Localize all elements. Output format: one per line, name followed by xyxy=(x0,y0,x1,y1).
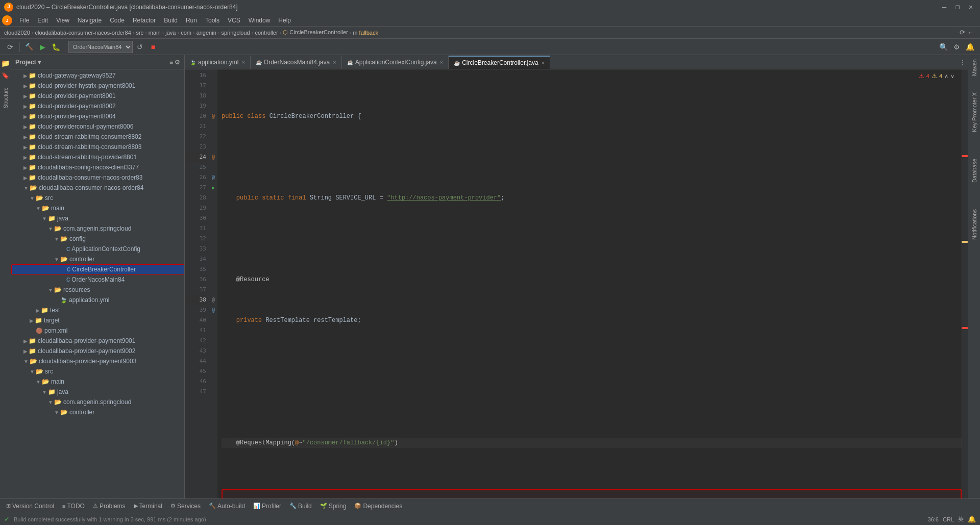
bottom-tab-dependencies[interactable]: 📦 Dependencies xyxy=(350,499,406,513)
bc-method[interactable]: m fallback xyxy=(353,30,378,36)
toolbar-stop[interactable]: ■ xyxy=(147,41,159,53)
tree-item-com-angenin[interactable]: ▼ 📂 com.angenin.springcloud xyxy=(11,223,184,234)
tab-application-yml[interactable]: 🍃 application.yml × xyxy=(185,56,251,69)
bc-module[interactable]: cloudalibaba-consumer-nacos-order84 xyxy=(35,30,131,36)
tab-order-main[interactable]: ☕ OrderNacosMain84.java × xyxy=(251,56,342,69)
tab-app-context[interactable]: ☕ ApplicationContextConfig.java × xyxy=(342,56,449,69)
minimize-button[interactable]: — xyxy=(939,2,949,12)
menu-vcs[interactable]: VCS xyxy=(224,16,244,25)
tree-item-controller-folder[interactable]: ▼ 📂 controller xyxy=(11,254,184,264)
bottom-tab-profiler[interactable]: 📊 Profiler xyxy=(249,499,285,513)
database-icon[interactable]: Database xyxy=(970,157,978,185)
code-content[interactable]: public class CircleBreakerController { p… xyxy=(217,69,962,498)
tree-item-consumer8802[interactable]: ▶ 📁 cloud-stream-rabbitmq-consumer8802 xyxy=(11,132,184,142)
tree-item-payment8006[interactable]: ▶ 📁 cloud-providerconsul-payment8006 xyxy=(11,121,184,132)
code-editor[interactable]: 16 17 18 19 20 21 22 23 24 25 26 27 28 2… xyxy=(185,69,968,498)
tree-item-circlebreaker[interactable]: C CircleBreakerController xyxy=(11,264,184,274)
bc-springcloud[interactable]: springcloud xyxy=(221,30,250,36)
bottom-tab-autobuild[interactable]: 🔨 Auto-build xyxy=(205,499,249,513)
menu-build[interactable]: Build xyxy=(160,16,182,25)
tab-close-yml[interactable]: × xyxy=(241,59,244,65)
encoding[interactable]: CRL xyxy=(943,516,954,522)
tree-item-pom[interactable]: 🟤 pom.xml xyxy=(11,326,184,336)
tree-item-main[interactable]: ▼ 📂 main xyxy=(11,203,184,213)
structure-icon[interactable]: Structure xyxy=(2,94,10,102)
close-button[interactable]: ✕ xyxy=(966,2,976,12)
bookmarks-icon[interactable]: 🔖 xyxy=(2,71,10,80)
bottom-tab-build[interactable]: 🔧 Build xyxy=(285,499,316,513)
tree-item-gateway9527[interactable]: ▶ 📁 cloud-gateway-gateway9527 xyxy=(11,70,184,81)
expand-errors[interactable]: ∨ xyxy=(950,73,954,80)
toolbar-rerun[interactable]: ↺ xyxy=(134,41,146,53)
notifications-icon[interactable]: Notifications xyxy=(970,207,978,242)
tree-item-java2[interactable]: ▼ 📁 java xyxy=(11,387,184,397)
bottom-tab-terminal[interactable]: ▶ Terminal xyxy=(130,499,166,513)
tab-close-circle[interactable]: × xyxy=(542,60,545,66)
menu-window[interactable]: Window xyxy=(244,16,275,25)
run-config-select[interactable]: OrderNacosMain84 xyxy=(68,41,133,53)
toolbar-settings[interactable]: ⚙ xyxy=(950,41,963,53)
tree-item-target[interactable]: ▶ 📁 target xyxy=(11,315,184,326)
tree-item-payment8002[interactable]: ▶ 📁 cloud-provider-payment8002 xyxy=(11,101,184,111)
menu-edit[interactable]: Edit xyxy=(33,16,52,25)
tree-item-payment9001[interactable]: ▶ 📁 cloudalibaba-provider-payment9001 xyxy=(11,336,184,346)
tree-item-payment9002[interactable]: ▶ 📁 cloudalibaba-provider-payment9002 xyxy=(11,346,184,356)
tree-item-hystrix8001[interactable]: ▶ 📁 cloud-provider-hystrix-payment8001 xyxy=(11,81,184,91)
bottom-tab-services[interactable]: ⚙ Services xyxy=(166,499,205,513)
bc-java[interactable]: java xyxy=(165,30,176,36)
tree-item-src2[interactable]: ▼ 📂 src xyxy=(11,366,184,377)
maximize-button[interactable]: ❐ xyxy=(952,2,963,12)
tree-item-src[interactable]: ▼ 📂 src xyxy=(11,193,184,203)
tree-item-main2[interactable]: ▼ 📂 main xyxy=(11,377,184,387)
menu-view[interactable]: View xyxy=(52,16,74,25)
bc-angenin[interactable]: angenin xyxy=(197,30,216,36)
tree-item-resources[interactable]: ▼ 📂 resources xyxy=(11,285,184,295)
tree-item-order83[interactable]: ▶ 📁 cloudalibaba-consumer-nacos-order83 xyxy=(11,172,184,183)
bottom-tab-version-control[interactable]: ⊞ Version Control xyxy=(2,499,58,513)
bottom-tab-todo[interactable]: ≡ TODO xyxy=(58,499,89,513)
menu-navigate[interactable]: Navigate xyxy=(74,16,106,25)
toolbar-build-project[interactable]: 🔨 xyxy=(23,41,35,53)
cursor-position[interactable]: 36:6 xyxy=(928,516,939,522)
tree-item-provider8801[interactable]: ▶ 📁 cloud-stream-rabbitmq-provider8801 xyxy=(11,152,184,162)
collapse-errors[interactable]: ∧ xyxy=(944,73,948,80)
tree-item-order84[interactable]: ▼ 📂 cloudalibaba-consumer-nacos-order84 xyxy=(11,183,184,193)
key-promoter-icon[interactable]: Key Promoter X xyxy=(970,90,978,134)
sync-button[interactable]: ⟳ xyxy=(960,29,965,36)
toolbar-search[interactable]: 🔍 xyxy=(937,41,949,53)
sidebar-collapse-all[interactable]: ≡ xyxy=(169,59,173,66)
menu-tools[interactable]: Tools xyxy=(201,16,224,25)
tree-item-config[interactable]: ▼ 📂 config xyxy=(11,234,184,244)
bottom-tab-spring[interactable]: 🌱 Spring xyxy=(316,499,351,513)
bc-controller[interactable]: controller xyxy=(255,30,278,36)
tree-item-config3377[interactable]: ▶ 📁 cloudalibaba-config-nacos-client3377 xyxy=(11,162,184,172)
sidebar-settings[interactable]: ⚙ xyxy=(175,59,180,66)
tab-options-button[interactable]: ⋮ xyxy=(958,56,968,69)
tree-item-java[interactable]: ▼ 📁 java xyxy=(11,213,184,223)
tree-item-consumer8803[interactable]: ▶ 📁 cloud-stream-rabbitmq-consumer8803 xyxy=(11,142,184,152)
tab-circlebreaker[interactable]: ☕ CircleBreakerController.java × xyxy=(449,56,550,69)
toolbar-notifications[interactable]: 🔔 xyxy=(964,41,976,53)
menu-refactor[interactable]: Refactor xyxy=(129,16,160,25)
project-icon[interactable]: 📁 xyxy=(2,59,10,67)
tree-item-com-angenin2[interactable]: ▼ 📂 com.angenin.springcloud xyxy=(11,397,184,407)
menu-code[interactable]: Code xyxy=(106,16,129,25)
tree-item-payment8001[interactable]: ▶ 📁 cloud-provider-payment8001 xyxy=(11,91,184,101)
menu-run[interactable]: Run xyxy=(182,16,201,25)
tab-close-main[interactable]: × xyxy=(333,59,336,65)
bc-cloud2020[interactable]: cloud2020 xyxy=(4,30,30,36)
bottom-tab-problems[interactable]: ⚠ Problems xyxy=(89,499,130,513)
tree-item-app-yml[interactable]: 🍃 application.yml xyxy=(11,295,184,305)
tree-item-payment8004[interactable]: ▶ 📁 cloud-provider-payment8004 xyxy=(11,111,184,121)
back-button[interactable]: ← xyxy=(967,29,974,36)
menu-file[interactable]: File xyxy=(15,16,33,25)
bc-class[interactable]: ⬡ CircleBreakerController xyxy=(283,29,348,36)
toolbar-sync[interactable]: ⟳ xyxy=(4,41,16,53)
tree-item-order-main84[interactable]: C OrderNacosMain84 xyxy=(11,274,184,285)
toolbar-debug[interactable]: 🐛 xyxy=(50,41,62,53)
maven-icon[interactable]: Maven xyxy=(970,57,978,78)
tree-item-app-context[interactable]: C ApplicationContextConfig xyxy=(11,244,184,254)
menu-help[interactable]: Help xyxy=(274,16,295,25)
toolbar-run[interactable]: ▶ xyxy=(36,41,48,53)
tab-close-ctx[interactable]: × xyxy=(440,59,443,65)
